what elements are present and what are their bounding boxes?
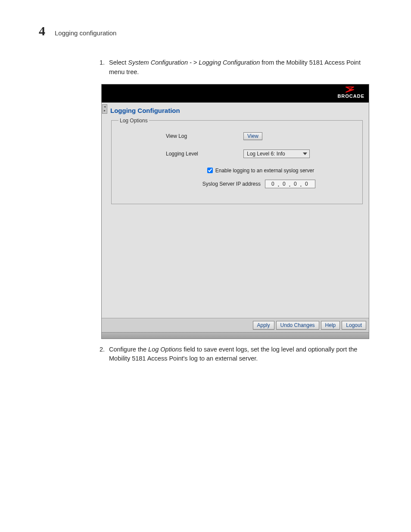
- brocade-logo-icon: [337, 86, 364, 93]
- row-logging-level: Logging Level Log Level 6: Info: [118, 149, 355, 158]
- ip-octet-3[interactable]: 0: [291, 181, 300, 187]
- ip-octet-1[interactable]: 0: [269, 181, 278, 187]
- syslog-ip-label: Syslog Server IP address: [118, 181, 261, 187]
- row-view-log: View Log View: [118, 132, 355, 140]
- step-1: 1. Select System Configuration - > Loggi…: [97, 58, 368, 77]
- step-2-emph: Log Options: [148, 346, 182, 353]
- logging-level-value: Log Level 6: Info: [247, 151, 285, 157]
- ip-dot: .: [300, 182, 302, 188]
- app-titlebar: BROCADE: [102, 84, 369, 103]
- row-enable-syslog: Enable logging to an external syslog ser…: [118, 168, 355, 174]
- screenshot-panel: BROCADE ◂▸ Logging Configuration Log Opt…: [101, 84, 369, 339]
- ip-octet-2[interactable]: 0: [280, 181, 289, 187]
- logging-level-select[interactable]: Log Level 6: Info: [243, 149, 310, 158]
- chevron-down-icon: [303, 152, 307, 155]
- brand-name: BROCADE: [337, 93, 364, 99]
- apply-button[interactable]: Apply: [253, 321, 274, 330]
- step-text: Select System Configuration - > Logging …: [109, 58, 368, 77]
- logout-button[interactable]: Logout: [342, 321, 366, 330]
- chapter-title: Logging configuration: [55, 29, 116, 37]
- row-syslog-ip: Syslog Server IP address 0 . 0 . 0 . 0: [118, 180, 355, 188]
- ip-dot: .: [278, 182, 280, 188]
- syslog-ip-input[interactable]: 0 . 0 . 0 . 0: [265, 180, 315, 188]
- status-bar: [102, 332, 369, 339]
- step-text: Configure the Log Options field to save …: [109, 345, 368, 364]
- ip-dot: .: [289, 182, 291, 188]
- chapter-number: 4: [39, 24, 45, 38]
- view-button[interactable]: View: [243, 132, 262, 140]
- view-log-label: View Log: [118, 133, 243, 139]
- sidebar-toggle[interactable]: ◂▸: [102, 104, 107, 114]
- running-header: 4 Logging configuration: [39, 24, 381, 38]
- step-1-pre: Select: [109, 59, 128, 66]
- logging-level-label: Logging Level: [118, 151, 243, 157]
- step-number: 1.: [97, 58, 105, 77]
- log-options-fieldset: Log Options View Log View Logging Level …: [111, 118, 363, 204]
- step-2-pre: Configure the: [109, 346, 148, 353]
- ip-octet-4[interactable]: 0: [302, 181, 311, 187]
- button-bar: Apply Undo Changes Help Logout: [102, 318, 369, 332]
- step-number: 2.: [97, 345, 105, 364]
- enable-syslog-checkbox[interactable]: [207, 168, 213, 173]
- panel-title: Logging Configuration: [110, 107, 364, 114]
- panel-body: ◂▸ Logging Configuration Log Options Vie…: [102, 103, 369, 318]
- brand-block: BROCADE: [337, 86, 364, 99]
- step-2: 2. Configure the Log Options field to sa…: [97, 345, 368, 364]
- step-1-menu-path: System Configuration - > Logging Configu…: [128, 59, 260, 66]
- enable-syslog-label: Enable logging to an external syslog ser…: [215, 168, 314, 174]
- fieldset-legend: Log Options: [118, 118, 149, 124]
- undo-changes-button[interactable]: Undo Changes: [276, 321, 319, 330]
- help-button[interactable]: Help: [321, 321, 340, 330]
